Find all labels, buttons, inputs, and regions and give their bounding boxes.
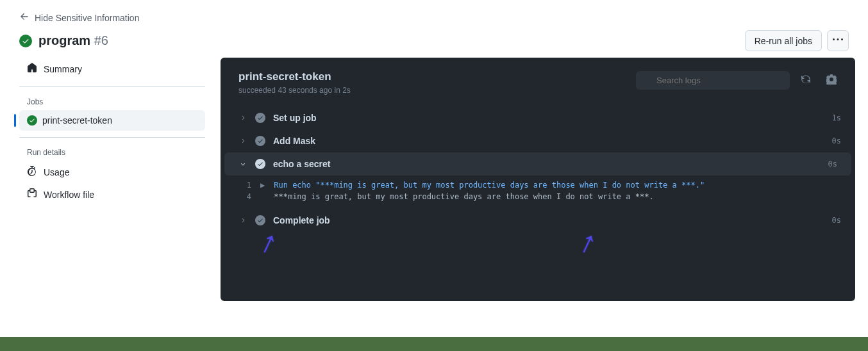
workflow-name: program (38, 33, 90, 47)
divider (19, 137, 205, 138)
step-name: Set up job (273, 113, 824, 123)
sync-icon (801, 74, 811, 86)
search-logs-wrap (636, 71, 790, 90)
back-link[interactable]: Hide Sensitive Information (19, 12, 139, 24)
sidebar-usage-label: Usage (44, 167, 69, 177)
stopwatch-icon (27, 166, 37, 178)
log-line: 4 ***ming is great, but my most producti… (238, 191, 841, 202)
panel-title: print-secret-token (238, 70, 351, 83)
caret-right-icon: ▶ (260, 181, 265, 190)
sidebar-workflow-file[interactable]: Workflow file (19, 183, 205, 206)
title-wrap: program #6 (19, 33, 108, 48)
log-line-number: 1 (238, 181, 251, 190)
step-complete-job[interactable]: Complete job 0s (221, 209, 855, 232)
gear-icon (826, 74, 837, 86)
rerun-all-jobs-button[interactable]: Re-run all jobs (745, 30, 822, 51)
step-time: 0s (832, 216, 841, 225)
sidebar-job-label: print-secret-token (42, 115, 112, 126)
steps-list: Set up job 1s Add Mask 0s (221, 104, 855, 234)
step-time: 1s (832, 113, 841, 122)
file-icon (27, 188, 37, 200)
step-name: echo a secret (273, 159, 821, 169)
log-text: Run echo "***ming is great, but my most … (274, 181, 705, 190)
kebab-icon (833, 35, 843, 47)
panel-subtitle: succeeded 43 seconds ago in 2s (238, 86, 351, 95)
step-time: 0s (832, 136, 841, 145)
log-output: 1 ▶ Run echo "***ming is great, but my m… (221, 176, 855, 209)
chevron-right-icon (238, 138, 247, 144)
sidebar-summary-label: Summary (44, 64, 82, 74)
check-circle-icon (255, 215, 265, 225)
search-logs-input[interactable] (636, 71, 790, 90)
header-actions: Re-run all jobs (745, 30, 849, 51)
sidebar-jobs-heading: Jobs (19, 91, 205, 110)
step-add-mask[interactable]: Add Mask 0s (221, 129, 855, 152)
chevron-right-icon (238, 115, 247, 121)
step-echo-a-secret[interactable]: echo a secret 0s (224, 152, 851, 176)
sidebar-job-item[interactable]: print-secret-token (19, 110, 205, 131)
page-title: program #6 (38, 33, 108, 48)
chevron-down-icon (238, 161, 247, 167)
sidebar-usage[interactable]: Usage (19, 161, 205, 183)
log-line[interactable]: 1 ▶ Run echo "***ming is great, but my m… (238, 179, 841, 191)
log-line-number: 4 (238, 192, 251, 201)
rerun-label: Re-run all jobs (755, 36, 812, 46)
check-circle-icon (255, 136, 265, 146)
settings-button[interactable] (822, 70, 841, 90)
log-panel: print-secret-token succeeded 43 seconds … (221, 58, 855, 301)
sidebar-summary[interactable]: Summary (19, 58, 205, 80)
chevron-right-icon (238, 217, 247, 224)
step-time: 0s (828, 159, 837, 168)
check-circle-icon (19, 35, 32, 47)
home-icon (27, 63, 37, 75)
divider (19, 86, 205, 87)
check-circle-icon (255, 159, 265, 169)
step-setup-job[interactable]: Set up job 1s (221, 106, 855, 129)
back-link-label: Hide Sensitive Information (35, 13, 139, 23)
check-circle-icon (255, 113, 265, 123)
refresh-button[interactable] (796, 70, 815, 90)
kebab-menu-button[interactable] (827, 30, 849, 51)
check-circle-icon (27, 115, 37, 126)
step-name: Add Mask (273, 136, 824, 146)
footer-bar (0, 337, 868, 351)
sidebar-workflow-file-label: Workflow file (44, 190, 94, 200)
arrow-left-icon (19, 12, 29, 24)
sidebar: Summary Jobs print-secret-token Run deta… (13, 58, 205, 301)
step-name: Complete job (273, 215, 824, 225)
log-text: ***ming is great, but my most productive… (274, 192, 653, 201)
run-number: #6 (94, 33, 108, 47)
sidebar-run-details-heading: Run details (19, 142, 205, 161)
